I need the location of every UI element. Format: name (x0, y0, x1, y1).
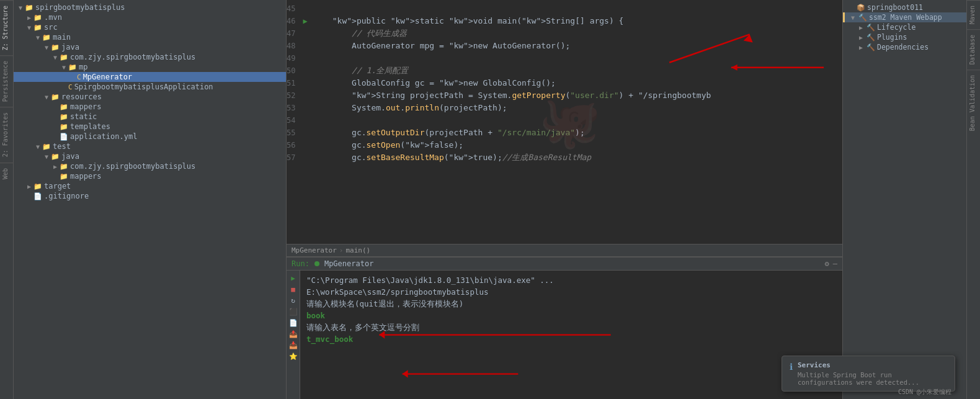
line-num-48: 48 (287, 40, 298, 52)
tree-label-resources: resources (61, 92, 102, 101)
tree-item-mappers2[interactable]: 📁mappers (14, 171, 286, 181)
code-text-51: GlobalConfig gc = "kw">new GlobalConfig(… (313, 77, 555, 89)
run-stop-btn[interactable]: ■ (288, 284, 298, 294)
code-line-51: GlobalConfig gc = "kw">new GlobalConfig(… (303, 77, 837, 89)
code-line-57: gc.setBaseResultMap("kw">true);//生成BaseR… (303, 151, 837, 164)
tree-item-static[interactable]: 📁static (14, 112, 286, 122)
tree-item-mappers[interactable]: 📁mappers (14, 102, 286, 112)
tree-item-templates[interactable]: 📁templates (14, 122, 286, 132)
run-header: Run: MpGenerator ⚙ — (287, 258, 842, 271)
tree-label-target: target (44, 182, 71, 191)
maven-item-2[interactable]: ▶🔨Lifecycle (843, 22, 966, 32)
code-text-52: "kw">String projectPath = System.getProp… (313, 89, 711, 102)
tree-item-com.zjy.spirgboot[interactable]: ▼📁com.zjy.spirgbootmybatisplus (14, 52, 286, 62)
maven-arrow-2: ▶ (859, 24, 866, 31)
tree-label-applicationyml: application.yml (70, 132, 137, 141)
maven-item-3[interactable]: ▶🔨Plugins (843, 32, 966, 42)
tree-item-src[interactable]: ▼📁src (14, 22, 286, 32)
run-output-line: "C:\Program Files\Java\jdk1.8.0_131\bin\… (306, 274, 836, 286)
tree-item-SprirgbootApp[interactable]: CSpirgbootmybatisplusApplication (14, 82, 286, 92)
minimize-icon[interactable]: — (833, 259, 837, 268)
run-up-btn[interactable]: 📤 (288, 329, 298, 339)
run-title[interactable]: MpGenerator (324, 259, 373, 268)
tree-label-templates: templates (70, 122, 110, 131)
right-vertical-tabs: Maven Database Bean Validation (966, 0, 980, 399)
tree-item-MpGenerator[interactable]: CMpGenerator (14, 72, 286, 82)
csdn-label: CSDN @小朱爱编程 (898, 388, 951, 397)
tree-item-resources[interactable]: ▼📁resources (14, 92, 286, 102)
line-num-52: 52 (287, 89, 298, 102)
maven-icon-0: 📦 (857, 4, 865, 12)
line-num-47: 47 (287, 27, 298, 40)
run-indicator (314, 261, 319, 266)
tree-label-SprirgbootApp: SpirgbootmybatisplusApplication (74, 83, 213, 91)
maven-item-0[interactable]: 📦springboot011 (843, 2, 966, 12)
lvtab-favorites[interactable]: 2: Favorites (0, 107, 13, 162)
vtab-database[interactable]: Database (967, 29, 980, 69)
tree-arrow-mvn[interactable]: ▶ (25, 14, 33, 21)
tree-item-applicationyml[interactable]: 📄application.yml (14, 132, 286, 141)
tree-item-test[interactable]: ▼📁test (14, 141, 286, 151)
tree-arrow-mp[interactable]: ▼ (60, 64, 68, 71)
maven-arrow-3: ▶ (859, 34, 866, 41)
lvtab-persistence[interactable]: Persistence (0, 55, 13, 107)
tree-item-mp[interactable]: ▼📁mp (14, 62, 286, 72)
tree-item-com.zjy2[interactable]: ▶📁com.zjy.spirgbootmybatisplus (14, 161, 286, 171)
maven-item-4[interactable]: ▶🔨Dependencies (843, 42, 966, 52)
run-play-btn[interactable]: ▶ (288, 273, 298, 283)
code-line-56: gc.setOpen("kw">false); (303, 139, 837, 151)
tree-item-gitignore[interactable]: 📄.gitignore (14, 191, 286, 201)
run-star-btn[interactable]: ⭐ (288, 351, 298, 361)
lvtab-structure[interactable]: Z: Structure (0, 0, 13, 55)
tree-icon-java2: 📁 (51, 153, 60, 161)
tree-label-mappers2: mappers (70, 172, 102, 181)
tree-item-java[interactable]: ▼📁java (14, 42, 286, 52)
breadcrumb-file[interactable]: MpGenerator (292, 246, 337, 254)
tree-icon-static: 📁 (60, 113, 68, 121)
notification-body: Services Multiple Spring Boot run config… (798, 361, 947, 386)
tree-arrow-java2[interactable]: ▼ (42, 153, 51, 160)
tree-label-main: main (53, 33, 71, 42)
notification-text: Multiple Spring Boot run configurations … (798, 371, 947, 386)
tree-arrow-main[interactable]: ▼ (33, 34, 42, 41)
run-output: "C:\Program Files\Java\jdk1.8.0_131\bin\… (300, 271, 842, 399)
tree-item-spirgbootmybatisplus[interactable]: ▼📁spirgbootmybatisplus (14, 2, 286, 12)
editor-area: 45464748495051525354555657 🐙▶ "kw">publi… (287, 0, 842, 399)
tree-arrow-test[interactable]: ▼ (33, 143, 42, 150)
tree-arrow-resources[interactable]: ▼ (42, 94, 51, 101)
run-dump-btn[interactable]: ⬛ (288, 307, 298, 316)
tree-item-mvn[interactable]: ▶📁.mvn (14, 12, 286, 22)
tree-item-target[interactable]: ▶📁target (14, 181, 286, 191)
tree-item-java2[interactable]: ▼📁java (14, 151, 286, 161)
breadcrumb-bar: MpGenerator › main() (287, 244, 842, 256)
tree-icon-mp: 📁 (68, 63, 77, 71)
tree-icon-mappers: 📁 (60, 103, 68, 111)
lvtab-web[interactable]: Web (0, 163, 13, 184)
vtab-bean-validation[interactable]: Bean Validation (967, 69, 980, 136)
code-content[interactable]: 🐙▶ "kw">public "kw">static "kw">void mai… (298, 0, 842, 244)
maven-label-1: ssm2 Maven Webapp (869, 13, 942, 22)
tree-arrow-src[interactable]: ▼ (25, 24, 33, 31)
vtab-maven[interactable]: Maven (967, 0, 980, 29)
tree-label-java: java (61, 43, 79, 52)
run-copy-btn[interactable]: 📄 (288, 318, 298, 328)
settings-icon[interactable]: ⚙ (825, 259, 829, 268)
tree-arrow-java[interactable]: ▼ (42, 44, 51, 51)
line-numbers: 45464748495051525354555657 (287, 0, 298, 244)
maven-item-1[interactable]: ▼🔨ssm2 Maven Webapp (843, 12, 966, 22)
breadcrumb-method[interactable]: main() (345, 246, 370, 254)
tree-arrow-com.zjy.spirgboot[interactable]: ▼ (51, 54, 60, 61)
line-num-55: 55 (287, 127, 298, 139)
tree-label-mappers: mappers (70, 102, 102, 111)
notification-icon: ℹ (790, 362, 793, 372)
tree-arrow-target[interactable]: ▶ (25, 183, 33, 190)
notification-popup[interactable]: ℹ Services Multiple Spring Boot run conf… (782, 356, 955, 392)
file-tree-sidebar: ▼📁spirgbootmybatisplus▶📁.mvn▼📁src▼📁main▼… (14, 0, 287, 399)
line-num-51: 51 (287, 77, 298, 89)
tree-arrow-com.zjy2[interactable]: ▶ (51, 163, 60, 170)
run-restart-btn[interactable]: ↻ (288, 295, 298, 305)
tree-icon-MpGenerator: C (77, 73, 81, 81)
tree-item-main[interactable]: ▼📁main (14, 32, 286, 42)
run-down-btn[interactable]: 📥 (288, 340, 298, 350)
tree-arrow-spirgbootmybatisplus[interactable]: ▼ (16, 4, 25, 11)
